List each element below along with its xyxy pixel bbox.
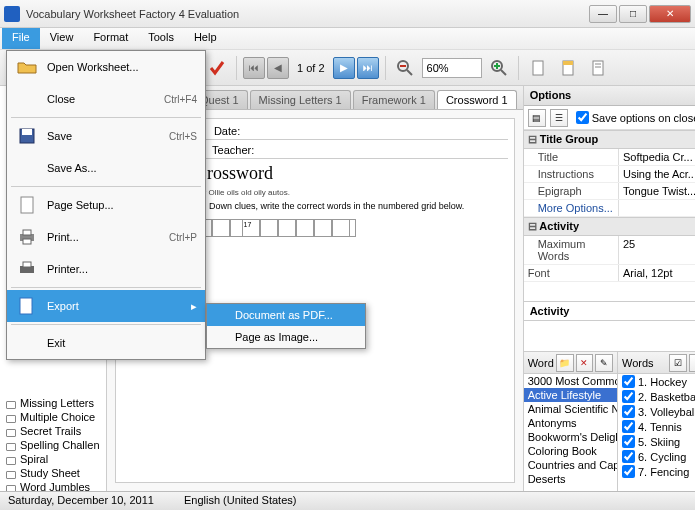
check-icon[interactable]	[204, 55, 230, 81]
first-page-button[interactable]: ⏮	[243, 57, 265, 79]
prop-group-title[interactable]: Title Group	[524, 130, 695, 149]
word-item[interactable]: 6. Cycling	[618, 449, 695, 464]
delete-icon[interactable]: ✕	[576, 354, 594, 372]
maximize-button[interactable]: □	[619, 5, 647, 23]
word-item[interactable]: 2. Basketball	[618, 389, 695, 404]
svg-rect-10	[533, 61, 543, 75]
list-item[interactable]: Coloring Book	[524, 444, 617, 458]
prop-value[interactable]: Softpedia Cr...	[618, 149, 695, 165]
tree-item[interactable]: Spelling Challen	[2, 438, 104, 452]
word-item[interactable]: 7. Fencing	[618, 464, 695, 479]
prop-value[interactable]: 25	[618, 236, 695, 264]
folder-icon[interactable]: 📁	[556, 354, 574, 372]
options-view1-button[interactable]: ▤	[528, 109, 546, 127]
menu-exit[interactable]: Exit	[7, 327, 205, 359]
prop-value[interactable]: Arial, 12pt	[618, 265, 695, 281]
zoom-in-button[interactable]	[486, 55, 512, 81]
app-icon	[4, 6, 20, 22]
date-label: Date:	[214, 125, 240, 137]
menu-printer[interactable]: Printer...	[7, 253, 205, 285]
words-column: Words ☑ ▽ 1. Hockey 2. Basketball 3. Vol…	[618, 352, 695, 491]
tab[interactable]: Missing Letters 1	[250, 90, 351, 109]
list-item[interactable]: 3000 Most Common	[524, 374, 617, 388]
menu-file[interactable]: File	[2, 28, 40, 49]
page-indicator: 1 of 2	[291, 62, 331, 74]
export-pdf[interactable]: Document as PDF...	[207, 304, 365, 326]
list-item[interactable]: Countries and Capi	[524, 458, 617, 472]
list-item[interactable]: Deserts	[524, 472, 617, 486]
page-icon	[15, 195, 39, 215]
word-item[interactable]: 1. Hockey	[618, 374, 695, 389]
options-view2-button[interactable]: ☰	[550, 109, 568, 127]
next-page-button[interactable]: ▶	[333, 57, 355, 79]
tree-item[interactable]: Missing Letters	[2, 396, 104, 410]
menu-tools[interactable]: Tools	[138, 28, 184, 49]
save-icon	[15, 126, 39, 146]
export-image[interactable]: Page as Image...	[207, 326, 365, 348]
prop-value[interactable]: Tongue Twist...	[618, 183, 695, 199]
page3-icon[interactable]	[585, 55, 611, 81]
menu-help[interactable]: Help	[184, 28, 227, 49]
menu-page-setup[interactable]: Page Setup...	[7, 189, 205, 221]
page-nav: ⏮ ◀ 1 of 2 ▶ ⏭	[243, 57, 379, 79]
page2-icon[interactable]	[555, 55, 581, 81]
list-item[interactable]: Bookworm's Deligh	[524, 430, 617, 444]
prev-page-button[interactable]: ◀	[267, 57, 289, 79]
filter-icon[interactable]: ▽	[689, 354, 695, 372]
zoom-input[interactable]	[422, 58, 482, 78]
prop-group-activity[interactable]: Activity	[524, 217, 695, 236]
options-header: Options	[524, 86, 695, 106]
export-icon	[15, 296, 39, 316]
list-item[interactable]: Antonyms	[524, 416, 617, 430]
svg-rect-17	[22, 129, 32, 135]
words-header: Words	[622, 357, 667, 369]
tree-item[interactable]: Multiple Choice	[2, 410, 104, 424]
statusbar: Saturday, December 10, 2011 English (Uni…	[0, 491, 695, 510]
page1-icon[interactable]	[525, 55, 551, 81]
tree-item[interactable]: Spiral	[2, 452, 104, 466]
menu-save[interactable]: SaveCtrl+S	[7, 120, 205, 152]
close-button[interactable]: ✕	[649, 5, 691, 23]
file-menu: Open Worksheet... CloseCtrl+F4 SaveCtrl+…	[6, 50, 206, 360]
word-item[interactable]: 5. Skiing	[618, 434, 695, 449]
list-item[interactable]: Animal Scientific Na	[524, 402, 617, 416]
menu-save-as[interactable]: Save As...	[7, 152, 205, 184]
printer-icon	[15, 227, 39, 247]
minimize-button[interactable]: —	[589, 5, 617, 23]
svg-line-7	[501, 70, 506, 75]
menu-print[interactable]: Print...Ctrl+P	[7, 221, 205, 253]
prop-key: Font	[524, 265, 618, 281]
prop-key: Maximum Words	[524, 236, 618, 264]
teacher-label: Teacher:	[212, 144, 254, 156]
prop-value[interactable]: Using the Acr...	[618, 166, 695, 182]
titlebar: Vocabulary Worksheet Factory 4 Evaluatio…	[0, 0, 695, 28]
tree-item[interactable]: Study Sheet	[2, 466, 104, 480]
last-page-button[interactable]: ⏭	[357, 57, 379, 79]
activity-header: Activity	[524, 301, 695, 321]
prop-key: Title	[524, 149, 618, 165]
menu-format[interactable]: Format	[83, 28, 138, 49]
save-options-checkbox[interactable]: Save options on close	[572, 110, 695, 125]
zoom-out-button[interactable]	[392, 55, 418, 81]
menu-export[interactable]: Export▸	[7, 290, 205, 322]
export-submenu: Document as PDF... Page as Image...	[206, 303, 366, 349]
svg-rect-20	[23, 230, 31, 235]
list-item-selected[interactable]: Active Lifestyle	[524, 388, 617, 402]
word-item[interactable]: 4. Tennis	[618, 419, 695, 434]
menu-close[interactable]: CloseCtrl+F4	[7, 83, 205, 115]
tab[interactable]: Framework 1	[353, 90, 435, 109]
tab-active[interactable]: Crossword 1	[437, 90, 517, 109]
svg-line-4	[407, 70, 412, 75]
wordlist-header: Word	[528, 357, 554, 369]
wordlist-column: Word 📁 ✕ ✎ 3000 Most Common Active Lifes…	[524, 352, 618, 491]
checkall-icon[interactable]: ☑	[669, 354, 687, 372]
menu-open-worksheet[interactable]: Open Worksheet...	[7, 51, 205, 83]
svg-rect-12	[563, 61, 573, 65]
tree-item[interactable]: Secret Trails	[2, 424, 104, 438]
word-item[interactable]: 3. Volleyball	[618, 404, 695, 419]
property-grid: Title Group TitleSoftpedia Cr... Instruc…	[524, 130, 695, 301]
tree-item[interactable]: Word Jumbles	[2, 480, 104, 491]
menu-view[interactable]: View	[40, 28, 84, 49]
more-options-link[interactable]: More Options...	[524, 200, 618, 216]
edit-icon[interactable]: ✎	[595, 354, 613, 372]
